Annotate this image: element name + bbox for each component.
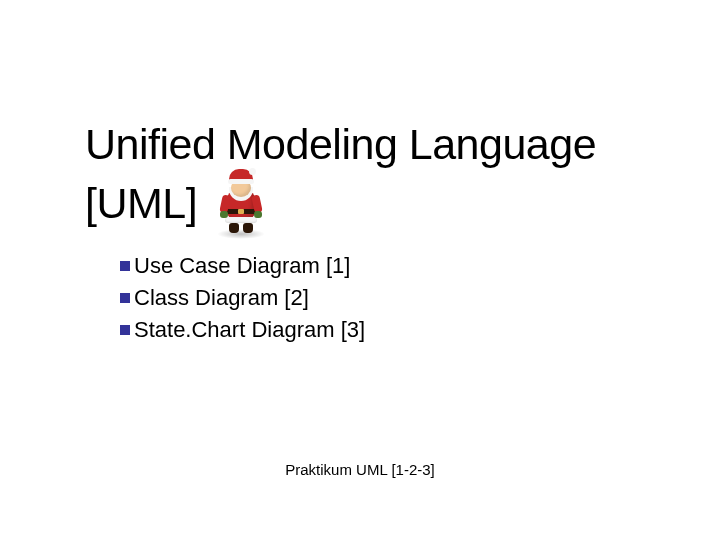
title-line-2-row: [UML] — [85, 169, 645, 237]
bullet-icon — [120, 293, 130, 303]
slide-title: Unified Modeling Language [UML] — [85, 120, 645, 237]
bullet-list: Use Case Diagram [1] Class Diagram [2] S… — [120, 250, 365, 346]
slide-footer: Praktikum UML [1-2-3] — [0, 461, 720, 478]
list-item: Use Case Diagram [1] — [120, 250, 365, 282]
bullet-icon — [120, 261, 130, 271]
list-item: Class Diagram [2] — [120, 282, 365, 314]
title-line-1: Unified Modeling Language — [85, 120, 645, 169]
santa-figure-icon — [211, 165, 271, 237]
bullet-label: State.Chart Diagram [3] — [134, 314, 365, 346]
bullet-icon — [120, 325, 130, 335]
bullet-label: Class Diagram [2] — [134, 282, 309, 314]
slide: Unified Modeling Language [UML] — [0, 0, 720, 540]
title-line-2: [UML] — [85, 179, 197, 228]
list-item: State.Chart Diagram [3] — [120, 314, 365, 346]
bullet-label: Use Case Diagram [1] — [134, 250, 350, 282]
